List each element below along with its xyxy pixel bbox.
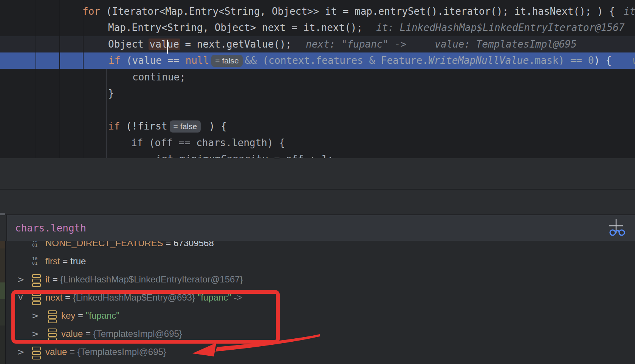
chevron-right-icon[interactable]: > [30,325,40,343]
debugger-inline-hint: v [632,52,635,69]
code-line[interactable]: if (value == null=false&& (context.featu… [0,52,635,69]
code-line[interactable]: for (Iterator<Map.Entry<String, Object>>… [0,3,635,20]
code-line[interactable]: continue; [0,69,635,85]
variable-name: it [45,274,50,284]
debugger-inline-hint: it [624,3,635,20]
variable-row-it[interactable]: >it = {LinkedHashMap$LinkedEntryIterator… [0,270,635,288]
code-text: WriteMapNullValue [428,55,529,66]
code-text: ) { [203,120,227,132]
code-text: ) { [594,55,612,66]
chevron-down-icon[interactable]: > [12,293,30,302]
debugger-variables-tree[interactable]: 10 01NONE_DIRECT_FEATURES = 6730956810 0… [0,241,635,364]
variable-value: 67309568 [173,241,214,248]
variable-value: true [70,256,86,266]
code-line[interactable]: } [0,85,635,102]
object-field-icon [31,288,41,307]
variable-name: value [45,347,67,357]
debugger-inline-hint: next: "fupanc" -> [306,36,406,52]
input-gutter-line [6,215,7,241]
code-text: if (off == chars.length) { [131,137,285,148]
variable-value: = [50,274,60,284]
debug-panel-spacer [0,158,635,189]
variable-name: key [61,310,75,321]
variable-value: {LinkedHashMap$Entry@693} [73,292,198,302]
primitive-value-icon: 10 01 [31,252,41,270]
variable-value: "fupanc" [86,310,119,321]
code-text: .mask) == 0 [529,55,594,66]
variable-row-none_direct_features[interactable]: 10 01NONE_DIRECT_FEATURES = 67309568 [0,241,635,252]
variable-value: = [75,310,85,321]
code-line[interactable]: if (!first=false ) { [0,118,635,134]
code-text: Object [108,39,150,50]
variable-value: -> [231,292,242,302]
code-text: = next.getValue(); [179,39,291,50]
glasses-icon[interactable] [610,230,624,235]
variable-value: = [60,256,70,266]
code-line[interactable]: Object value = next.getValue();next: "fu… [0,36,635,52]
code-text: } [108,88,114,99]
variable-name: first [45,256,60,266]
variable-value: {TemplatesImpl@695} [93,329,182,339]
object-field-icon [31,343,41,361]
code-text: && (context.features & Feature. [245,55,428,66]
variable-name: NONE_DIRECT_FEATURES [45,241,163,248]
code-text: for [82,6,100,17]
variable-value: {TemplatesImpl@695} [77,347,166,357]
variable-value: "fupanc" [198,292,231,302]
debugger-inline-hint: it: LinkedHashMap$LinkedEntryIterator@15… [376,20,624,36]
primitive-value-icon: 10 01 [31,241,41,252]
variable-value: {LinkedHashMap$LinkedEntryIterator@1567} [60,274,243,284]
inline-evaluated-value-badge[interactable]: =false [211,55,243,67]
ide-debugger-view: for (Iterator<Map.Entry<String, Object>>… [0,0,635,364]
code-text: null [186,55,209,66]
code-line[interactable]: if (off == chars.length) { [0,135,635,151]
code-line[interactable]: int minimumCapacity = off + 1; [0,151,635,159]
code-text: continue; [132,71,186,83]
variable-row-value[interactable]: >value = {TemplatesImpl@695} [0,343,635,361]
code-line[interactable]: Map.Entry<String, Object> next = it.next… [0,20,635,36]
chevron-right-icon[interactable]: > [30,307,40,325]
debugger-inline-hint: value: TemplatesImpl@695 [435,36,577,52]
inline-evaluated-value-badge[interactable]: =false [170,120,201,133]
input-gutter [0,215,6,241]
variable-value: = [67,347,77,357]
debug-tab-strip: 控制台 [0,190,635,214]
variable-value: = [163,241,173,248]
chevron-right-icon[interactable]: > [16,270,26,288]
evaluate-expression-row[interactable] [0,215,635,241]
variable-value: = [83,329,93,339]
variable-name: next [45,292,62,302]
identifier-under-caret[interactable]: value [149,39,180,50]
code-editor[interactable]: for (Iterator<Map.Entry<String, Object>>… [0,0,635,158]
object-field-icon [47,307,57,325]
code-text: (Iterator<Map.Entry<String, Object>> it … [100,6,615,17]
code-text: int minimumCapacity = off + 1; [156,153,333,159]
variable-row-key[interactable]: >key = "fupanc" [0,307,635,325]
variable-name: value [61,329,83,339]
text-caret [167,40,168,54]
watch-expression-input[interactable]: chars.length [15,220,86,236]
code-text: if [108,120,120,132]
code-text: (value == [120,55,185,66]
code-text: (!first [120,120,167,132]
variable-row-value[interactable]: >value = {TemplatesImpl@695} [0,325,635,343]
variable-value: = [62,292,73,302]
variable-row-next[interactable]: >next = {LinkedHashMap$Entry@693} "fupan… [0,288,635,307]
object-field-icon [31,270,41,288]
chevron-right-icon[interactable]: > [16,343,26,361]
object-field-icon [47,325,57,343]
variable-row-first[interactable]: 10 01first = true [0,252,635,270]
code-text: if [108,55,120,66]
code-text: Map.Entry<String, Object> next = it.next… [108,22,362,33]
